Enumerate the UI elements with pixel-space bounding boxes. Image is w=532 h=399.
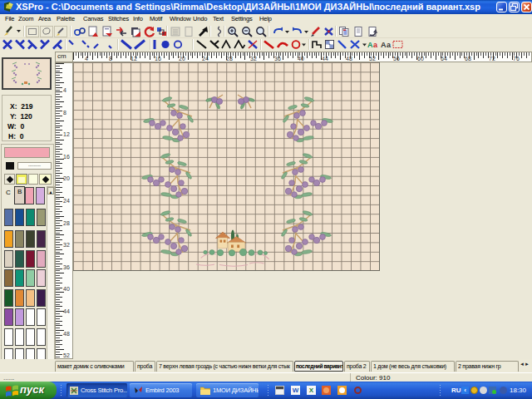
svg-text:A: A: [367, 41, 373, 49]
svg-text:a: a: [373, 41, 378, 49]
svg-text:a: a: [387, 41, 392, 49]
svg-text:A: A: [381, 41, 387, 49]
